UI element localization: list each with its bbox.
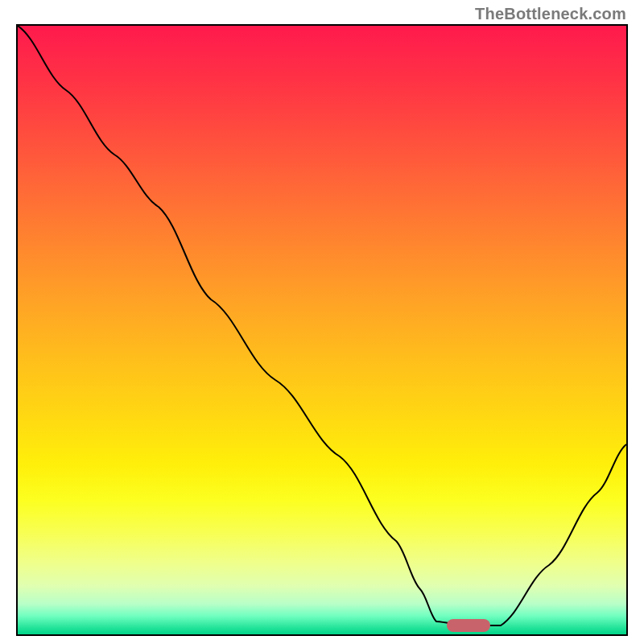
watermark-text: TheBottleneck.com — [475, 5, 626, 23]
chart-frame — [16, 24, 628, 636]
bottleneck-curve — [18, 26, 626, 625]
curve-layer — [18, 26, 626, 634]
optimal-marker — [447, 619, 490, 632]
